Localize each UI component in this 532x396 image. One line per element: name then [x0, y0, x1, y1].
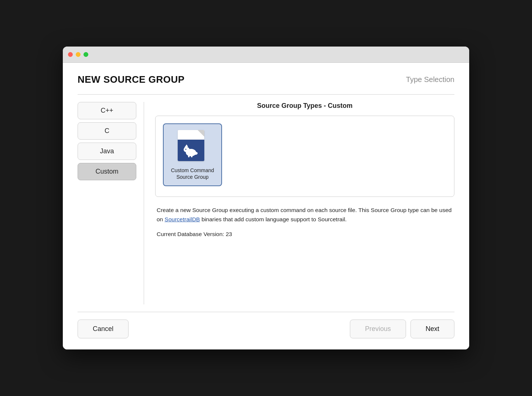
next-button[interactable]: Next: [410, 320, 454, 338]
description-text: Create a new Source Group executing a cu…: [157, 206, 453, 224]
sidebar: C++ C Java Custom: [78, 102, 144, 304]
page-title: NEW SOURCE GROUP: [78, 74, 185, 85]
file-icon: [178, 130, 204, 161]
svg-rect-6: [191, 156, 192, 157]
description-area: Create a new Source Group executing a cu…: [155, 206, 454, 238]
header: NEW SOURCE GROUP Type Selection: [78, 74, 454, 85]
type-card-icon: [178, 130, 207, 163]
footer: Cancel Previous Next: [78, 320, 454, 338]
previous-button[interactable]: Previous: [350, 320, 406, 338]
sourcetrail-logo-icon: [183, 142, 199, 158]
type-card-custom-command[interactable]: Custom CommandSource Group: [163, 123, 222, 186]
sourcetraildb-link[interactable]: SourcetrailDB: [165, 216, 200, 222]
sidebar-item-custom[interactable]: Custom: [78, 163, 136, 180]
titlebar: [63, 47, 469, 63]
sidebar-item-c[interactable]: C: [78, 122, 136, 140]
file-fold: [198, 130, 204, 137]
file-icon-body: [178, 140, 204, 161]
header-divider: [78, 94, 454, 95]
svg-rect-5: [188, 155, 190, 157]
minimize-button[interactable]: [76, 52, 81, 57]
main-window: NEW SOURCE GROUP Type Selection C++ C Ja…: [63, 47, 469, 349]
footer-right: Previous Next: [350, 320, 454, 338]
type-card-label: Custom CommandSource Group: [171, 167, 214, 180]
svg-point-7: [185, 149, 187, 150]
footer-divider: [78, 312, 454, 312]
db-version: Current Database Version: 23: [157, 231, 453, 238]
cancel-button[interactable]: Cancel: [78, 320, 129, 338]
type-grid: Custom CommandSource Group: [163, 123, 447, 186]
maximize-button[interactable]: [83, 52, 88, 57]
content-area: Source Group Types - Custom: [144, 102, 454, 304]
svg-point-1: [184, 147, 190, 152]
close-button[interactable]: [68, 52, 73, 57]
types-box: Custom CommandSource Group: [155, 116, 454, 197]
section-title: Source Group Types - Custom: [155, 102, 454, 110]
sidebar-item-java[interactable]: Java: [78, 143, 136, 160]
sidebar-item-cpp[interactable]: C++: [78, 102, 136, 119]
step-label: Type Selection: [406, 75, 454, 84]
svg-point-4: [193, 152, 198, 155]
window-content: NEW SOURCE GROUP Type Selection C++ C Ja…: [63, 63, 469, 349]
main-area: C++ C Java Custom Source Group Types - C…: [78, 102, 454, 304]
description-suffix: binaries that add custom language suppor…: [200, 216, 347, 222]
